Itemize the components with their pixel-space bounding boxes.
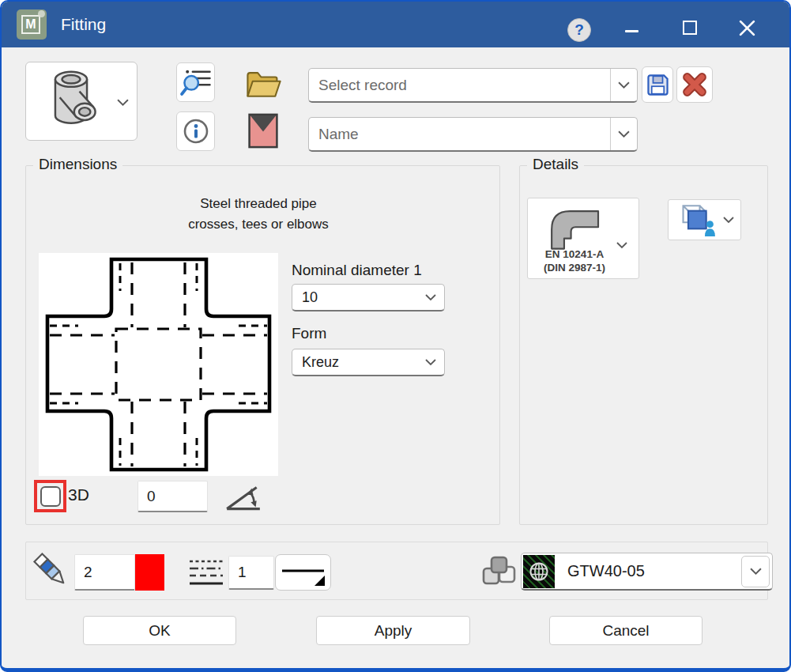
pen-width-input[interactable] — [74, 554, 135, 591]
cube-person-icon — [675, 203, 717, 236]
help-button[interactable]: ? — [567, 18, 591, 42]
close-button[interactable] — [739, 20, 755, 36]
line-style-icon — [188, 557, 224, 587]
chevron-down-icon — [618, 130, 630, 138]
chevron-down-icon — [750, 568, 762, 576]
layer-name-value: GTW40-05 — [555, 562, 741, 580]
name-value: Name — [309, 126, 610, 143]
3d-checkbox[interactable] — [40, 486, 61, 507]
name-chevron[interactable] — [610, 118, 637, 150]
representation-chevron[interactable] — [717, 200, 740, 240]
description-line-2: crosses, tees or elbows — [144, 214, 373, 235]
form-combobox[interactable]: Kreuz — [292, 349, 445, 376]
3d-checkbox-label: 3D — [68, 485, 89, 504]
line-factor-input[interactable] — [228, 556, 274, 590]
info-button[interactable] — [176, 111, 215, 151]
pipe-fitting-icon — [37, 67, 105, 135]
angle-icon — [224, 479, 263, 514]
standard-text: EN 10241-A (DIN 2987-1) — [528, 247, 621, 274]
mail-icon[interactable] — [248, 113, 278, 149]
line-type-preview-icon — [276, 555, 330, 590]
app-logo-gem — [38, 10, 45, 17]
representation-dropdown[interactable] — [668, 199, 741, 240]
globe-icon — [529, 561, 549, 582]
ok-button[interactable]: OK — [83, 616, 236, 645]
chevron-down-icon — [618, 81, 630, 89]
form-chevron[interactable] — [417, 349, 444, 375]
cross-fitting-drawing — [39, 253, 278, 476]
fitting-type-dropdown[interactable] — [25, 62, 137, 141]
fitting-dialog: M Fitting ? — [0, 0, 791, 672]
line-type-dropdown[interactable] — [275, 554, 331, 591]
form-value: Kreuz — [292, 354, 417, 371]
titlebar: M Fitting ? — [2, 2, 789, 47]
info-icon — [183, 118, 209, 145]
open-folder-icon[interactable] — [245, 70, 282, 100]
minimize-icon — [625, 30, 638, 32]
layer-combobox[interactable]: GTW40-05 — [521, 553, 773, 591]
fitting-description: Steel threaded pipe crosses, tees or elb… — [144, 194, 373, 235]
pen-icon — [32, 551, 69, 591]
chevron-down-icon — [425, 359, 436, 366]
name-combobox[interactable]: Name — [308, 117, 638, 152]
select-record-chevron[interactable] — [610, 69, 637, 101]
chevron-down-icon — [723, 217, 734, 224]
delete-x-icon — [681, 71, 708, 98]
app-logo-icon: M — [17, 9, 47, 40]
window-title: Fitting — [61, 2, 106, 47]
nominal-diameter-value: 10 — [292, 289, 417, 306]
save-record-button[interactable] — [642, 66, 673, 103]
elbow-fitting-icon — [544, 206, 601, 250]
delete-record-button[interactable] — [676, 66, 713, 103]
maximize-button[interactable] — [683, 21, 697, 35]
nominal-diameter-chevron[interactable] — [417, 285, 444, 310]
standard-name: EN 10241-A — [528, 247, 621, 261]
angle-input[interactable] — [137, 481, 208, 512]
layers-icon — [481, 554, 518, 591]
nominal-diameter-combobox[interactable]: 10 — [292, 284, 445, 311]
app-logo-letter: M — [21, 15, 40, 34]
select-record-value: Select record — [309, 77, 610, 94]
minimize-button[interactable] — [618, 14, 646, 43]
checkbox-highlight — [34, 480, 66, 512]
cancel-button[interactable]: Cancel — [549, 616, 702, 645]
save-icon — [646, 73, 670, 97]
standard-dropdown[interactable]: EN 10241-A (DIN 2987-1) — [527, 198, 639, 279]
search-settings-button[interactable] — [176, 62, 215, 102]
pen-color-swatch[interactable] — [135, 554, 164, 591]
chevron-down-icon — [117, 99, 129, 107]
select-record-combobox[interactable]: Select record — [308, 68, 638, 103]
form-label: Form — [292, 325, 326, 342]
details-group-title: Details — [527, 156, 584, 173]
standard-detail: (DIN 2987-1) — [528, 261, 621, 274]
search-list-icon — [180, 66, 212, 98]
description-line-1: Steel threaded pipe — [144, 194, 373, 214]
apply-button[interactable]: Apply — [316, 616, 470, 645]
nominal-diameter-label: Nominal diameter 1 — [292, 262, 422, 279]
dimensions-group-title: Dimensions — [33, 156, 122, 173]
layer-chevron[interactable] — [741, 556, 770, 587]
layer-hatch-thumbnail — [523, 555, 555, 588]
chevron-down-icon — [425, 294, 436, 301]
